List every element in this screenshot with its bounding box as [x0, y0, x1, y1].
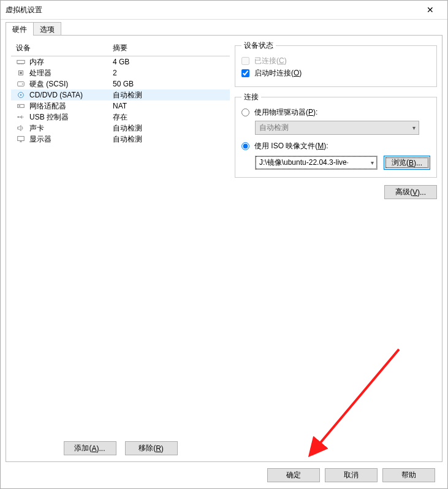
ok-button[interactable]: 确定 [267, 468, 320, 482]
dialog-buttons: 确定 取消 帮助 [6, 462, 442, 488]
browse-button[interactable]: 浏览(B)... [384, 156, 430, 170]
physical-drive-value: 自动检测 [259, 123, 289, 133]
svg-point-13 [17, 116, 18, 118]
connect-at-power-on-row: 启动时连接(O) [241, 67, 430, 79]
device-summary: NAT [113, 102, 127, 110]
device-summary: 2 [113, 69, 117, 77]
remove-button[interactable]: 移除(R) [125, 441, 178, 455]
display-icon [16, 135, 26, 143]
device-summary: 自动检测 [113, 134, 142, 145]
advanced-row: 高级(V)... [235, 185, 437, 199]
settings-panel: 设备状态 已连接(C) 启动时连接(O) [235, 40, 437, 457]
hardware-row-memory[interactable]: 内存4 GB [11, 56, 230, 67]
iso-path-row: J:\镜像\ubuntu-22.04.3-live· ▾ 浏览(B)... [255, 156, 430, 170]
device-summary: 50 GB [113, 80, 134, 88]
device-name: 声卡 [29, 123, 113, 134]
connected-label: 已连接(C) [254, 56, 287, 66]
hardware-list[interactable]: 设备 摘要 内存4 GB处理器2硬盘 (SCSI)50 GBCD/DVD (SA… [11, 40, 230, 438]
tab-options[interactable]: 选项 [33, 22, 61, 36]
connect-at-power-on-label: 启动时连接(O) [254, 68, 302, 78]
connection-group: 连接 使用物理驱动器(P): 自动检测 ▾ [235, 92, 437, 178]
device-summary: 存在 [113, 112, 127, 123]
iso-path-value: J:\镜像\ubuntu-22.04.3-live· [259, 157, 349, 168]
sound-icon [16, 124, 26, 132]
connect-at-power-on-checkbox[interactable] [241, 69, 249, 77]
hardware-row-usb[interactable]: USB 控制器存在 [11, 112, 230, 123]
svg-rect-12 [19, 105, 21, 107]
hardware-row-hdd[interactable]: 硬盘 (SCSI)50 GB [11, 78, 230, 89]
advanced-button[interactable]: 高级(V)... [384, 185, 437, 199]
iso-path-combo[interactable]: J:\镜像\ubuntu-22.04.3-live· ▾ [255, 156, 378, 170]
hardware-row-nic[interactable]: 网络适配器NAT [11, 100, 230, 112]
help-button[interactable]: 帮助 [382, 468, 435, 482]
svg-rect-7 [18, 82, 25, 86]
tab-content: 设备 摘要 内存4 GB处理器2硬盘 (SCSI)50 GBCD/DVD (SA… [6, 36, 442, 462]
use-physical-row: 使用物理驱动器(P): [241, 106, 430, 118]
use-physical-label: 使用物理驱动器(P): [254, 107, 317, 118]
hdd-icon [16, 80, 26, 88]
svg-rect-17 [18, 137, 25, 141]
device-name: USB 控制器 [29, 112, 113, 123]
physical-drive-combo: 自动检测 ▾ [255, 121, 419, 135]
dialog-body: 硬件 选项 设备 摘要 内存4 GB处理器2硬盘 (SCSI)50 GBCD/D… [1, 20, 447, 488]
add-button[interactable]: 添加(A)... [64, 441, 116, 455]
close-button[interactable]: ✕ [418, 1, 442, 18]
tab-strip: 硬件 选项 [6, 22, 442, 36]
close-icon: ✕ [427, 5, 434, 15]
svg-point-10 [20, 94, 21, 96]
device-name: 内存 [29, 57, 113, 67]
cd-icon [16, 91, 26, 99]
device-summary: 自动检测 [113, 123, 142, 134]
hardware-panel: 设备 摘要 内存4 GB处理器2硬盘 (SCSI)50 GBCD/DVD (SA… [11, 40, 230, 457]
header-device: 设备 [16, 43, 113, 53]
use-iso-radio[interactable] [241, 142, 249, 150]
header-summary: 摘要 [113, 43, 127, 53]
chevron-down-icon: ▾ [367, 159, 377, 166]
nic-icon [16, 102, 26, 110]
usb-icon [16, 113, 26, 121]
device-summary: 4 GB [113, 58, 129, 66]
window-title: 虚拟机设置 [6, 5, 42, 15]
physical-drive-combo-wrap: 自动检测 ▾ [255, 121, 430, 135]
use-iso-row: 使用 ISO 映像文件(M): [241, 140, 430, 152]
chevron-down-icon: ▾ [409, 124, 419, 131]
use-iso-label: 使用 ISO 映像文件(M): [254, 141, 328, 151]
svg-point-8 [22, 83, 23, 85]
hardware-row-sound[interactable]: 声卡自动检测 [11, 123, 230, 134]
connected-checkbox [241, 57, 249, 65]
use-physical-radio[interactable] [241, 108, 249, 116]
titlebar: 虚拟机设置 ✕ [1, 1, 447, 20]
dialog-window: 虚拟机设置 ✕ 硬件 选项 设备 摘要 内存4 GB处理器2硬盘 (SCSI)5… [0, 0, 448, 489]
device-name: 显示器 [29, 134, 113, 145]
device-status-group: 设备状态 已连接(C) 启动时连接(O) [235, 40, 437, 87]
hardware-row-cpu[interactable]: 处理器2 [11, 67, 230, 78]
device-name: 处理器 [29, 68, 113, 78]
svg-rect-0 [17, 60, 25, 63]
memory-icon [16, 58, 26, 66]
connection-legend: 连接 [241, 92, 261, 102]
device-name: 网络适配器 [29, 101, 113, 112]
svg-rect-6 [20, 72, 22, 74]
device-name: CD/DVD (SATA) [29, 91, 113, 99]
cancel-button[interactable]: 取消 [325, 468, 378, 482]
hardware-list-header: 设备 摘要 [11, 40, 230, 56]
tab-underline [6, 35, 442, 36]
device-name: 硬盘 (SCSI) [29, 79, 113, 89]
hardware-list-body: 内存4 GB处理器2硬盘 (SCSI)50 GBCD/DVD (SATA)自动检… [11, 56, 230, 145]
tab-hardware[interactable]: 硬件 [6, 22, 34, 36]
svg-rect-11 [18, 104, 25, 107]
cpu-icon [16, 69, 26, 77]
device-summary: 自动检测 [113, 90, 142, 100]
device-status-legend: 设备状态 [241, 40, 276, 51]
hardware-row-display[interactable]: 显示器自动检测 [11, 134, 230, 145]
hardware-row-cd[interactable]: CD/DVD (SATA)自动检测 [11, 89, 230, 100]
hardware-buttons: 添加(A)... 移除(R) [11, 441, 230, 457]
connected-row: 已连接(C) [241, 55, 430, 67]
